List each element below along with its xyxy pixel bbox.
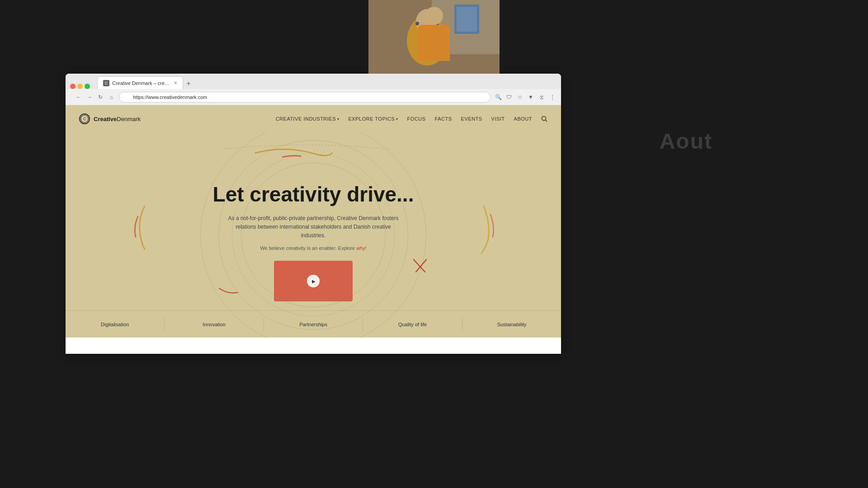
categories-bar: Digitalisation Innovation Partnerships Q… [66, 310, 561, 338]
profile-icon[interactable]: ▼ [527, 93, 535, 101]
maximize-dot[interactable] [85, 84, 90, 89]
category-innovation[interactable]: Innovation [165, 317, 264, 332]
shield-icon[interactable]: 🛡 [505, 93, 513, 101]
tab-title: Creative Denmark – creati... [112, 80, 171, 86]
category-quality-of-life[interactable]: Quality of life [363, 317, 462, 332]
logo-suffix: Denmark [117, 116, 141, 122]
new-tab-button[interactable]: + [183, 78, 194, 89]
hero-content: Let creativity drive... As a not-for-pro… [213, 183, 414, 260]
svg-point-10 [542, 117, 546, 121]
svg-line-11 [546, 120, 547, 122]
dropdown-arrow-2: ▾ [396, 117, 398, 121]
nav-item-explore-topics[interactable]: EXPLORE TOPICS ▾ [349, 116, 398, 122]
back-button[interactable]: ← [75, 93, 83, 101]
nav-item-focus[interactable]: FOCUS [407, 116, 426, 122]
bookmark-icon[interactable]: ☆ [516, 93, 524, 101]
close-dot[interactable] [70, 84, 75, 89]
tab-close-button[interactable]: ✕ [174, 80, 177, 85]
hero-section: Let creativity drive... As a not-for-pro… [66, 132, 561, 338]
hero-tagline: We believe creativity is an enabler. Exp… [213, 245, 414, 251]
bottom-bar [0, 354, 868, 488]
website-content: C CreativeDenmark CREATIVE INDUSTRIES ▾ … [66, 105, 561, 338]
browser-nav-controls: ← → ↻ ⌂ [75, 93, 115, 101]
category-partnerships[interactable]: Partnerships [264, 317, 363, 332]
sidebar-right [561, 74, 868, 354]
nav-item-visit[interactable]: VISIT [491, 116, 505, 122]
explore-why-link[interactable]: why! [356, 245, 367, 251]
hero-description: As a not-for-profit, public-private part… [227, 214, 399, 240]
svg-point-6 [415, 22, 419, 25]
sidebar-left [0, 74, 66, 354]
address-bar: ← → ↻ ⌂ https://www.creativedenmark.com … [66, 89, 561, 105]
svg-point-5 [416, 9, 439, 34]
tab-favicon: C [103, 80, 109, 86]
browser-window: C Creative Denmark – creati... ✕ + ← → ↻… [66, 74, 561, 354]
category-sustainability[interactable]: Sustainability [462, 317, 561, 332]
search-icon [541, 116, 547, 122]
site-nav: C CreativeDenmark CREATIVE INDUSTRIES ▾ … [66, 105, 561, 132]
extension-icon[interactable]: ⧖ [538, 93, 546, 101]
svg-point-7 [435, 22, 439, 25]
minimize-dot[interactable] [77, 84, 83, 89]
tagline-text: We believe creativity is an enabler. Exp… [260, 245, 355, 251]
webcam-person [368, 0, 500, 74]
nav-item-facts[interactable]: FACTS [435, 116, 452, 122]
toolbar-icons: 🔍 🛡 ☆ ▼ ⧖ ⋮ [494, 93, 557, 101]
category-digitalisation[interactable]: Digitalisation [66, 317, 165, 332]
webcam-feed [368, 0, 500, 74]
webcam-image [368, 0, 500, 74]
play-icon: ▶ [312, 279, 316, 284]
logo-text: CreativeDenmark [94, 116, 141, 122]
url-text: https://www.creativedenmark.com [133, 94, 207, 100]
nav-menu: CREATIVE INDUSTRIES ▾ EXPLORE TOPICS ▾ F… [276, 116, 547, 122]
search-button[interactable] [541, 116, 547, 122]
svg-text:C: C [83, 117, 86, 121]
logo-icon: C [79, 113, 90, 124]
active-tab[interactable]: C Creative Denmark – creati... ✕ [97, 76, 183, 89]
settings-icon[interactable]: ⋮ [548, 93, 557, 101]
forward-button[interactable]: → [85, 93, 94, 101]
svg-rect-3 [457, 7, 477, 32]
nav-item-creative-industries[interactable]: CREATIVE INDUSTRIES ▾ [276, 116, 340, 122]
about-overlay-text: Aout [660, 129, 712, 154]
video-thumbnail[interactable]: ▶ [274, 261, 353, 301]
play-button[interactable]: ▶ [307, 275, 320, 287]
zoom-icon[interactable]: 🔍 [494, 93, 502, 101]
nav-item-about[interactable]: ABOUT [514, 116, 532, 122]
refresh-button[interactable]: ↻ [96, 93, 104, 101]
site-logo[interactable]: C CreativeDenmark [79, 113, 141, 124]
nav-item-events[interactable]: EVENTS [461, 116, 482, 122]
home-button[interactable]: ⌂ [107, 93, 115, 101]
browser-tab-bar: C Creative Denmark – creati... ✕ + [66, 74, 561, 89]
dropdown-arrow-1: ▾ [337, 117, 340, 121]
hero-title: Let creativity drive... [213, 183, 414, 206]
address-input[interactable]: https://www.creativedenmark.com [119, 92, 491, 103]
